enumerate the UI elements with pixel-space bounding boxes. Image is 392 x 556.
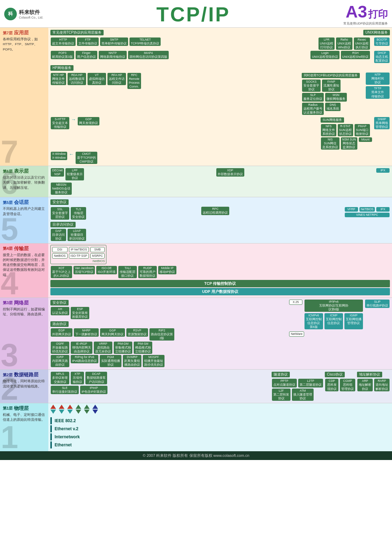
- proto-ssl: SSL安全套接字层协议: [51, 207, 69, 219]
- layer-2-label: 第2层 数据链路层 物理寻址，同时将原始比特流转变为逻辑传输线路。 2: [0, 370, 48, 403]
- layer-3-desc: 控制子网的运行，如逻辑编址、分组传输、路由选择。: [3, 307, 46, 317]
- proto-xtp: XTP压缩传输协议: [71, 372, 84, 384]
- proto-imap4: IMAP4因特网信息访问协议第四版: [128, 51, 169, 59]
- full-page: 科 科来软件 Colasoft Co., Ltd. TCP/IP A3 打印 常…: [0, 0, 392, 460]
- layer-1-row: 第1层 物理层 机械、电子、定时接口通信信道上的原始比特流传输。 1: [0, 403, 392, 451]
- layer-1-label: 第1层 物理层 机械、电子、定时接口通信信道上的原始比特流传输。 1: [0, 403, 48, 451]
- header: 科 科来软件 Colasoft Co., Ltd. TCP/IP A3 打印 常…: [0, 0, 392, 27]
- proto-gdp: GDP网关发现协议: [78, 117, 99, 125]
- proto-rarp: RARP逆向地址解析协议: [374, 379, 390, 391]
- proto-x25: X.25: [289, 300, 302, 305]
- logo-texts: 科来软件 Colasoft Co., Ltd.: [19, 9, 43, 19]
- proto-snmp: SNMP简单网络管理协议: [374, 117, 390, 129]
- layer-5-name: 会话层: [14, 199, 29, 206]
- layer7-udptcp-row1: SOCKS安全套接字协议 FANP流属性通知协议: [302, 79, 365, 92]
- proto-nfs: NFS网络文件系统协议: [321, 124, 336, 136]
- unix-services-header: UNIX网络服务: [363, 30, 390, 35]
- layer5-dir-header: 目录访问协议: [50, 222, 76, 227]
- layer-4-word: 第4层: [3, 246, 13, 251]
- proto-slp: SLP服务定位协议: [302, 93, 324, 101]
- layer-7-content: 常见使用TCP协议的应用层服务 UNIX网络服务 HTTP超文本传输协议 FTP…: [48, 28, 392, 166]
- proto-tali: TALI传输适配层接口协议: [118, 266, 137, 278]
- phys-ieee: IEEE 802.2: [50, 417, 390, 424]
- proto-telnet: TELNETTCP/IP终端仿真协议: [130, 37, 161, 46]
- proto-socks: SOCKS安全套接字协议: [302, 80, 321, 92]
- proto-cdp: CDP思科发现协议: [325, 379, 338, 391]
- proto-mobile-ip: Mobile IP移动IP协议: [158, 266, 176, 274]
- layer2-row2: SLE串行连接封装协议 IPInIPIP包含IP封装协议: [50, 385, 270, 394]
- proto-icmp: ICMP互联网控制信息协议: [324, 313, 343, 329]
- proto-ospf: OSPF开放最短路径优先协议: [51, 342, 69, 354]
- tcp-services-header: 常见使用TCP协议的应用层服务: [50, 30, 104, 35]
- proto-igrp: IGRP内部网关路由协议: [51, 355, 69, 367]
- proto-ntp: NTP网络时间协议: [366, 73, 390, 85]
- logo-cn: 科来软件: [19, 9, 43, 16]
- logo-area: 科 科来软件 Colasoft Co., Ltd.: [4, 8, 43, 20]
- proto-xot: XOT基于TCP之上的X.25协议: [51, 266, 72, 278]
- layer-6-name: 表示层: [14, 168, 29, 174]
- proto-ie-irgp: IE-IRGP增强内部网关由选择协议: [71, 342, 92, 354]
- layer3-routing-row3: IGRP内部网关路由协议 RIPng for IPv6IPv6路由信息协议 PG…: [50, 355, 287, 368]
- proto-pim-dm: PIM-DM密集模式独立组播协议: [114, 342, 132, 354]
- layer7-sun-row2: NISSUN网信息系统协议 NSM SUN网络状态监测协议 Mount: [321, 137, 372, 150]
- layer2-tunnel-row2: L2F第二层转发协议 ATM接入隧道管理协议: [272, 388, 323, 401]
- proto-radius: Radius远程用户拨号认证服务协议: [302, 103, 324, 115]
- print-label: 打印: [368, 9, 388, 20]
- proto-arp: ARP地址解析协议: [357, 379, 373, 391]
- proto-fanp: FANP流属性通知协议: [322, 80, 341, 92]
- footer: © 2007 科来软件 版权所有 保留所有版权 www.colasoft.com…: [0, 451, 392, 460]
- layer2-addr-protos: ARP地址解析协议 RARP逆向地址解析协议: [357, 378, 390, 391]
- layer7-row1: HTTP超文本传输协议 FTP文件传输协议 SMTP简单邮件传输协议 TELNE…: [50, 37, 390, 50]
- phys-internetwork: Internetwork: [50, 433, 390, 440]
- layer-3-label: 第3层 网络层 控制子网的运行，如逻辑编址、分组传输、路由选择。 3: [0, 298, 48, 370]
- proto-vines: VINES NETRPC: [345, 213, 390, 217]
- layer-2-row: 第2层 数据链路层 物理寻址，同时将原始比特流转变为逻辑传输线路。 2 MPLS…: [0, 369, 392, 403]
- proto-rstat: R-STATSUN远程状态协议: [338, 124, 353, 136]
- proto-http: HTTP超文本传输协议: [51, 37, 76, 46]
- proto-tftp: TFTP简单文件传输协议: [366, 86, 390, 98]
- layer7-row2: POP3邮局协议第3版 Finger用户信息协议 NNTP网络新闻传输协议 IM…: [50, 50, 390, 63]
- layer2-cisco-protos: CDP思科发现协议 CGMP思科组管理协议: [325, 378, 356, 391]
- layer-6-row: 第6层 表示层 信息的语法语义以及它们的关联，如加密解密、转换翻译、压缩解压缩。…: [0, 166, 392, 197]
- proto-login: LoginUNIX远程登陆协议: [310, 51, 339, 59]
- proto-rsh: RSHUNIX远程Shell协议: [341, 51, 370, 59]
- proto-nhrp: NHRP下一跳解析协议: [74, 328, 99, 337]
- proto-ah: AH认证头协议: [51, 307, 69, 315]
- a3-subtitle: 常见使用UDP协议的应用层服务: [343, 21, 388, 26]
- proto-xdp: XDP外部数据表示协议: [216, 168, 244, 177]
- proto-ggp: GGP网关到网关协议: [100, 328, 125, 337]
- layer-1-desc: 机械、电子、定时接口通信信道上的原始比特流传输。: [3, 412, 46, 423]
- proto-ipinip: IPInIPIP包含IP封装协议: [80, 386, 107, 394]
- layer4-main-protos: XOT基于TCP之上的X.25协议 Van Jacobson压缩TCP协议 IS…: [50, 266, 390, 279]
- layer-7-row: 第7层 应用层 各种应用程序协议，如HTTP、FTP、SMTP、POP3。 7 …: [0, 27, 392, 166]
- layer-7-bignum: 7: [1, 136, 18, 166]
- proto-ipx-l6: IPX: [376, 168, 390, 173]
- sun-header: SUN网络服务: [321, 117, 344, 123]
- layer-3-word: 第3层: [3, 300, 13, 306]
- layer-2-content: MPLS多协议标签交换协议 XTP压缩传输协议 DCAP数据链路接客户访问协议 …: [48, 370, 392, 403]
- hp-services-header: HP网络服务: [50, 65, 74, 71]
- layer7-sun-row1: NFS网络文件系统协议 R-STATSUN远程状态协议 PMAPSUN端口映射协…: [321, 124, 372, 137]
- layer-5-label: 第5层 会话层 不同机器上的用户之间建立及管理会话。 5: [0, 197, 48, 243]
- layer5-security-protos: SSL安全套接字层协议 TLS传输层安全协议: [50, 207, 86, 220]
- layer-3-bignum: 3: [1, 339, 18, 369]
- phys-ethernet2: Ethernet: [50, 441, 390, 448]
- udp-tcp-header: 同时使用TCP和UDP协议的应用层服务: [302, 73, 360, 78]
- layer-7-desc: 各种应用程序协议，如HTTP、FTP、SMTP、POP3。: [3, 37, 46, 52]
- proto-ipx-l5: IPX: [376, 207, 390, 212]
- proto-rwho: RwhoUNIX远程Who协议: [336, 37, 352, 50]
- layer-3-row: 第3层 网络层 控制子网的运行，如逻辑编址、分组传输、路由选择。 3 安全协议 …: [0, 297, 392, 370]
- proto-mospf: MOSPF组播开放最短路径优先协议: [143, 355, 164, 367]
- layer-7-word: 第7层: [3, 30, 13, 36]
- proto-rsvp: RSVP资源预留协议: [126, 328, 148, 337]
- layer2-tunnel-header: 隧道协议: [272, 372, 290, 377]
- layer-7-name: 应用层: [14, 30, 29, 36]
- proto-rexec: RexecUNIX远程执行协议: [354, 37, 370, 50]
- layer5-security-header: 安全协议: [50, 199, 69, 205]
- proto-nbssn: NBSSNNetBIOS会话服务协议: [51, 183, 72, 195]
- proto-tls: TLS传输层安全协议: [71, 207, 86, 219]
- proto-dsi: DSI: [52, 247, 68, 252]
- layer4-top-left: DSI NetBIOS IP NeTBIOS ISO-TP SSP SMB MS…: [52, 247, 105, 259]
- proto-icmpv6: ICMPv6互联网控制信息协议第6版: [304, 313, 323, 329]
- layer2-addr-header: 地址解析协议: [357, 372, 382, 377]
